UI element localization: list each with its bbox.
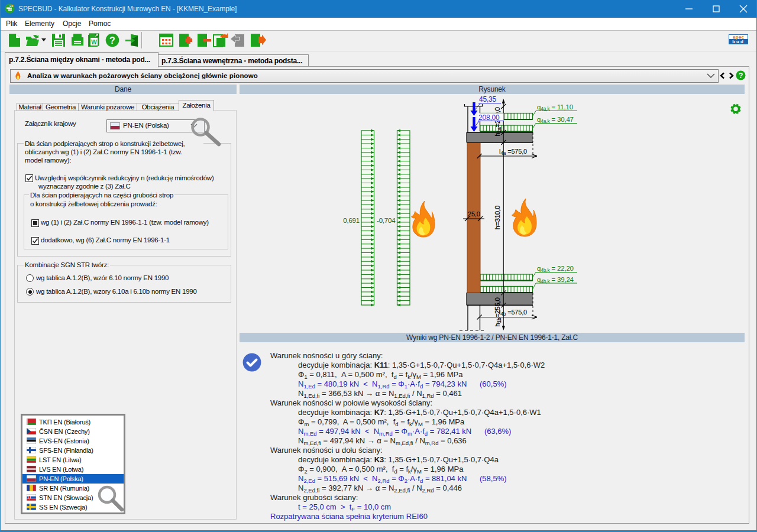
svg-text:h1b=255,0: h1b=255,0 — [494, 297, 502, 327]
svg-text:?: ? — [109, 35, 115, 46]
svg-text:0,691: 0,691 — [343, 217, 360, 224]
svg-text:-0,704: -0,704 — [377, 217, 396, 224]
svg-text:q4a,k = 11,10: q4a,k = 11,10 — [537, 103, 573, 112]
svg-text:?: ? — [739, 72, 743, 80]
svg-text:bud: bud — [732, 39, 745, 44]
svg-text:q4a,k = 30,47: q4a,k = 30,47 — [537, 116, 574, 124]
svg-text:W: W — [91, 39, 97, 46]
svg-text:25,0: 25,0 — [468, 210, 480, 218]
svg-text:208,00: 208,00 — [478, 113, 500, 122]
svg-text:q4b,k = 22,20: q4b,k = 22,20 — [537, 265, 574, 273]
svg-text:EN: EN — [9, 5, 14, 8]
svg-text:q4b,k = 39,24: q4b,k = 39,24 — [537, 276, 574, 284]
svg-text:45,35: 45,35 — [479, 95, 497, 103]
svg-text:h=310,0: h=310,0 — [494, 206, 501, 230]
